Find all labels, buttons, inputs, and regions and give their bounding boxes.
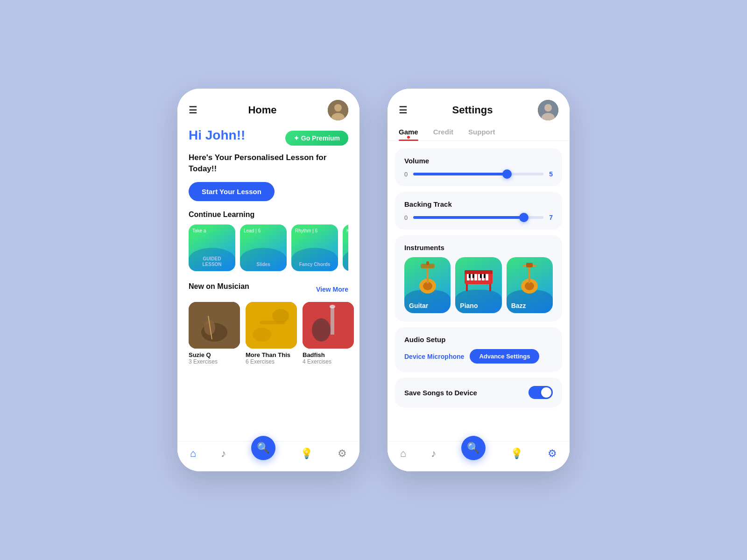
settings-nav-idea-icon[interactable]: 💡 bbox=[510, 448, 523, 460]
avatar[interactable] bbox=[328, 100, 348, 120]
bazz-svg bbox=[513, 259, 546, 296]
settings-header: ☰ Settings bbox=[388, 89, 570, 124]
instrument-bazz[interactable]: Bazz bbox=[507, 257, 553, 313]
tab-credit[interactable]: Credit bbox=[433, 128, 453, 140]
bazz-label: Bazz bbox=[507, 298, 553, 313]
backing-track-fill bbox=[413, 216, 524, 219]
settings-nav-settings-icon[interactable]: ⚙ bbox=[548, 448, 557, 460]
volume-track[interactable] bbox=[413, 173, 543, 175]
advance-settings-button[interactable]: Advance Settings bbox=[470, 349, 539, 364]
lesson-card-4[interactable]: Kn... Ear Sm... bbox=[343, 224, 348, 271]
tab-support[interactable]: Support bbox=[468, 128, 495, 140]
greeting-text: Hi John!! bbox=[189, 128, 245, 143]
svg-rect-12 bbox=[331, 307, 334, 335]
lesson-card-1[interactable]: Take a GUIDEDLESSON bbox=[189, 224, 235, 271]
song-item-morethanthis[interactable]: More Than This 6 Exercises bbox=[246, 302, 297, 365]
greeting-row: Hi John!! ✦ Go Premium bbox=[189, 128, 348, 148]
backing-track-min: 0 bbox=[404, 214, 408, 221]
home-title: Home bbox=[248, 104, 276, 116]
song-name-suzieq: Suzie Q bbox=[189, 351, 240, 358]
new-on-musician-title: New on Musician bbox=[189, 282, 249, 291]
view-more-link[interactable]: View More bbox=[316, 286, 348, 293]
piano-svg bbox=[462, 261, 495, 296]
settings-body: Volume 0 5 Backing Track bbox=[388, 141, 570, 441]
volume-thumb[interactable] bbox=[502, 169, 512, 179]
home-bottom-nav: ⌂ ♪ 🔍 💡 ⚙ bbox=[177, 441, 359, 471]
volume-slider-row: 0 5 bbox=[404, 170, 553, 178]
svg-point-14 bbox=[312, 318, 331, 342]
volume-max: 5 bbox=[549, 170, 553, 178]
song-item-suzieq[interactable]: Suzie Q 3 Exercises bbox=[189, 302, 240, 365]
nav-idea-icon[interactable]: 💡 bbox=[300, 448, 313, 460]
lesson-card-3[interactable]: Rhythm | 6 Fancy Chords bbox=[291, 224, 338, 271]
backing-track-thumb[interactable] bbox=[519, 213, 529, 222]
piano-label: Piano bbox=[455, 298, 501, 313]
audio-row: Device Microphone Advance Settings bbox=[404, 349, 553, 364]
toggle-knob bbox=[541, 387, 551, 398]
song-exercises-suzieq: 3 Exercises bbox=[189, 358, 240, 365]
svg-rect-29 bbox=[474, 274, 477, 280]
device-microphone-link[interactable]: Device Microphone bbox=[404, 353, 464, 360]
volume-card: Volume 0 5 bbox=[395, 148, 562, 186]
song-name-badfish: Badfish bbox=[303, 351, 354, 358]
settings-search-fab[interactable]: 🔍 bbox=[461, 436, 486, 460]
settings-nav-music-icon[interactable]: ♪ bbox=[431, 448, 436, 460]
card1-top: Take a bbox=[192, 228, 232, 233]
settings-avatar-image bbox=[538, 100, 558, 120]
svg-rect-7 bbox=[246, 302, 297, 349]
instrument-piano[interactable]: Piano bbox=[455, 257, 501, 313]
svg-point-13 bbox=[330, 305, 335, 308]
backing-track-max: 7 bbox=[549, 214, 553, 221]
settings-screen: ☰ Settings Game bbox=[388, 89, 570, 471]
search-fab-button[interactable]: 🔍 bbox=[251, 436, 275, 460]
save-songs-row: Save Songs to Device bbox=[404, 386, 553, 399]
instruments-row: Guitar bbox=[404, 257, 553, 313]
phones-container: ☰ Home Hi John!! ✦ G bbox=[177, 89, 570, 471]
song-exercises-morethanthis: 6 Exercises bbox=[246, 358, 297, 365]
backing-track-card: Backing Track 0 7 bbox=[395, 192, 562, 230]
instrument-guitar[interactable]: Guitar bbox=[404, 257, 451, 313]
volume-fill bbox=[413, 173, 507, 175]
instruments-card: Instruments Guitar bbox=[395, 235, 562, 322]
svg-rect-35 bbox=[480, 274, 482, 278]
go-premium-button[interactable]: ✦ Go Premium bbox=[285, 131, 348, 146]
svg-point-1 bbox=[334, 104, 342, 112]
avatar-image bbox=[328, 100, 348, 120]
continue-learning-scroll[interactable]: Take a GUIDEDLESSON Lead | 6 Slides Rhyt… bbox=[189, 224, 348, 273]
guitar-svg bbox=[411, 259, 444, 296]
nav-home-icon[interactable]: ⌂ bbox=[190, 448, 196, 460]
lesson-card-2[interactable]: Lead | 6 Slides bbox=[240, 224, 287, 271]
settings-tabs: Game Credit Support bbox=[388, 124, 570, 141]
settings-search-icon: 🔍 bbox=[467, 442, 479, 454]
lesson-description: Here's Your Personalised Lesson for Toda… bbox=[189, 152, 348, 175]
song-exercises-badfish: 4 Exercises bbox=[303, 358, 354, 365]
song-name-morethanthis: More Than This bbox=[246, 351, 297, 358]
svg-rect-9 bbox=[260, 321, 285, 324]
save-songs-toggle[interactable] bbox=[529, 386, 553, 399]
nav-settings-icon[interactable]: ⚙ bbox=[338, 448, 347, 460]
settings-avatar[interactable] bbox=[538, 100, 558, 120]
settings-phone: ☰ Settings Game bbox=[388, 89, 570, 471]
svg-rect-22 bbox=[426, 261, 429, 265]
svg-rect-24 bbox=[465, 270, 493, 274]
start-lesson-button[interactable]: Start Your Lesson bbox=[189, 182, 275, 201]
tab-dot bbox=[407, 136, 410, 139]
settings-menu-icon[interactable]: ☰ bbox=[399, 105, 407, 116]
wave-bg-4 bbox=[343, 248, 348, 271]
nav-music-icon[interactable]: ♪ bbox=[221, 448, 226, 460]
wave-bg-2 bbox=[240, 248, 287, 271]
settings-nav-home-icon[interactable]: ⌂ bbox=[400, 448, 406, 460]
song-item-badfish[interactable]: Badfish 4 Exercises bbox=[303, 302, 354, 365]
svg-rect-36 bbox=[484, 274, 486, 278]
backing-track-label: Backing Track bbox=[404, 200, 553, 208]
instruments-label: Instruments bbox=[404, 244, 553, 252]
card2-top: Lead | 6 bbox=[244, 228, 283, 233]
tab-game[interactable]: Game bbox=[399, 128, 418, 140]
svg-point-10 bbox=[253, 328, 271, 342]
svg-rect-25 bbox=[466, 284, 468, 291]
audio-setup-card: Audio Setup Device Microphone Advance Se… bbox=[395, 327, 562, 372]
menu-icon[interactable]: ☰ bbox=[189, 105, 197, 116]
home-body: Hi John!! ✦ Go Premium Here's Your Perso… bbox=[177, 128, 359, 441]
backing-track-track[interactable] bbox=[413, 216, 543, 219]
audio-setup-label: Audio Setup bbox=[404, 336, 553, 343]
